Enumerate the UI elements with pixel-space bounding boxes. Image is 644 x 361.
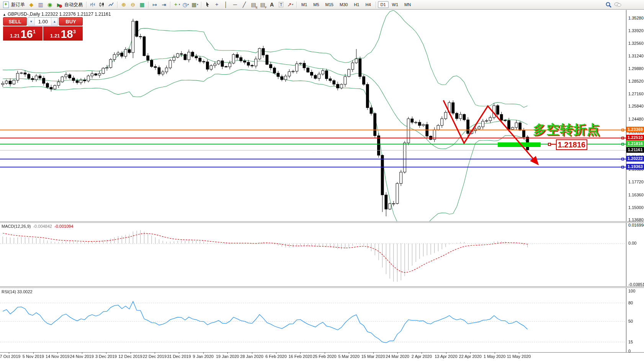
new-order-button[interactable]: + bbox=[2, 1, 10, 9]
zoom-in-icon[interactable]: ⊕ bbox=[119, 1, 128, 9]
date-axis-tick bbox=[300, 352, 301, 354]
volume-stepper: ▼ 1.00 ▲ bbox=[28, 17, 58, 26]
turning-point-annotation[interactable]: 多空转折点 bbox=[533, 121, 600, 139]
price-axis-tick: 1.28520 bbox=[628, 79, 644, 83]
rsi-axis-tick: 0 bbox=[628, 349, 631, 353]
sell-price-big: 16 bbox=[20, 29, 33, 39]
price-axis-tick: 1.17720 bbox=[628, 180, 644, 184]
collapse-trade-panel-icon[interactable]: ▲ bbox=[3, 13, 6, 16]
date-axis-tick bbox=[9, 352, 9, 354]
trendline-icon[interactable]: ╱ bbox=[240, 1, 248, 9]
timeframe-d1[interactable]: D1 bbox=[378, 1, 389, 8]
timeframe-m5[interactable]: M5 bbox=[311, 1, 322, 8]
date-axis-tick bbox=[155, 352, 155, 354]
date-axis-tick bbox=[373, 352, 374, 354]
rsi-axis-tick: 15 bbox=[628, 340, 633, 344]
profiles-icon[interactable]: ◆ bbox=[27, 1, 36, 9]
bar-chart-icon[interactable] bbox=[88, 1, 97, 9]
text-icon[interactable]: A bbox=[268, 1, 276, 9]
candlestick-chart-icon[interactable] bbox=[98, 1, 106, 9]
arrows-icon[interactable]: ↗▾ bbox=[286, 1, 294, 9]
search-icon[interactable] bbox=[604, 1, 613, 9]
mt4-window: +新订单◆▥◉▶自动交易⊕⊖▦↦⇥＋▾◷▾▩▾＋│─╱▤E▤FAT↗▾M1M5M… bbox=[0, 0, 644, 361]
line-chart-icon[interactable] bbox=[107, 1, 115, 9]
timeframe-w1[interactable]: W1 bbox=[389, 1, 401, 8]
level-line-handle[interactable] bbox=[621, 143, 624, 145]
price-axis-tick: 1.33920 bbox=[628, 28, 644, 33]
sell-button[interactable]: SELL bbox=[3, 17, 27, 26]
price-axis-tick: 1.29880 bbox=[628, 66, 644, 71]
signals-icon[interactable]: ◉ bbox=[46, 1, 54, 9]
chart-title: ▲GBPUSD-,Daily 1.22322 1.22376 1.21127 1… bbox=[3, 11, 111, 17]
level-price-badge: 1.22510 bbox=[626, 135, 644, 140]
toolbar-separator bbox=[376, 2, 376, 8]
zoom-out-icon[interactable]: ⊖ bbox=[129, 1, 137, 9]
volume-up-button[interactable]: ▲ bbox=[51, 18, 58, 25]
sell-price-small: 1.21 bbox=[10, 32, 20, 40]
tile-windows-icon[interactable]: ▦ bbox=[138, 1, 146, 9]
date-axis-tick bbox=[82, 352, 82, 354]
new-order-button-label[interactable]: 新订单 bbox=[11, 2, 25, 8]
price-tag-label[interactable]: 1.21816 bbox=[556, 139, 587, 150]
cursor-icon[interactable] bbox=[203, 1, 212, 9]
timeframe-m15[interactable]: M15 bbox=[323, 1, 336, 8]
vertical-line-icon[interactable]: │ bbox=[222, 1, 230, 9]
horizontal-line-icon[interactable]: ─ bbox=[231, 1, 239, 9]
price-axis-tick: 1.31240 bbox=[628, 54, 644, 58]
level-price-badge: 1.23369 bbox=[626, 127, 644, 132]
macd-name: MACD(12,26,9) bbox=[2, 224, 31, 229]
buy-price-sup: 3 bbox=[73, 29, 76, 34]
price-axis-tick: 1.32560 bbox=[628, 41, 644, 46]
volume-down-button[interactable]: ▼ bbox=[28, 18, 35, 25]
crosshair-icon[interactable]: ＋ bbox=[212, 1, 221, 9]
date-axis-tick bbox=[519, 352, 519, 354]
timeframe-m30[interactable]: M30 bbox=[337, 1, 350, 8]
timeframe-h4[interactable]: H4 bbox=[363, 1, 373, 8]
rsi-panel-canvas[interactable] bbox=[0, 288, 627, 352]
sell-price-sup: 1 bbox=[33, 29, 36, 34]
level-line-handle[interactable] bbox=[621, 137, 624, 139]
chat-icon[interactable] bbox=[613, 1, 622, 9]
label-icon[interactable]: T bbox=[277, 1, 285, 9]
market-watch-icon[interactable]: ▥ bbox=[36, 1, 45, 9]
rsi-axis-tick: 50 bbox=[628, 319, 633, 323]
buy-price-small: 1.21 bbox=[50, 32, 60, 40]
fibonacci-icon[interactable]: ▤F bbox=[258, 1, 267, 9]
macd-panel-separator[interactable] bbox=[0, 221, 644, 223]
green-highlight-bar[interactable] bbox=[498, 142, 541, 147]
price-axis-tick: 1.35280 bbox=[628, 16, 644, 20]
price-axis-line bbox=[626, 10, 626, 353]
buy-button[interactable]: BUY bbox=[59, 17, 83, 26]
one-click-trading-panel: SELL ▼ 1.00 ▲ BUY 1.21 16 1 1.21 18 3 bbox=[3, 17, 83, 41]
rsi-panel-separator[interactable] bbox=[0, 286, 644, 288]
level-line-handle[interactable] bbox=[621, 158, 624, 160]
timeframe-h1[interactable]: H1 bbox=[351, 1, 362, 8]
volume-input[interactable]: 1.00 bbox=[35, 18, 51, 25]
timeframe-mn[interactable]: MN bbox=[402, 1, 414, 8]
timeframe-m1[interactable]: M1 bbox=[299, 1, 310, 8]
macd-panel-canvas[interactable] bbox=[0, 223, 627, 286]
level-line-handle[interactable] bbox=[621, 129, 624, 131]
level-line-handle[interactable] bbox=[621, 166, 624, 168]
sell-price[interactable]: 1.21 16 1 bbox=[3, 26, 42, 41]
macd-label: MACD(12,26,9)-0.004842-0.001094 bbox=[2, 224, 74, 229]
auto-scroll-icon[interactable]: ↦ bbox=[150, 1, 159, 9]
auto-trading-button-label[interactable]: 自动交易 bbox=[64, 2, 83, 8]
date-axis-tick bbox=[470, 352, 471, 354]
auto-trading-button[interactable]: ▶ bbox=[55, 1, 63, 9]
indicators-icon[interactable]: ＋▾ bbox=[172, 1, 181, 9]
toolbar-separator bbox=[117, 2, 118, 8]
periods-icon[interactable]: ◷▾ bbox=[181, 1, 190, 9]
price-axis-tick: 1.27160 bbox=[628, 91, 644, 96]
buy-price[interactable]: 1.21 18 3 bbox=[43, 26, 83, 41]
price-tag-anchor bbox=[548, 143, 551, 146]
date-axis-tick bbox=[179, 352, 179, 354]
main-chart-canvas[interactable] bbox=[0, 10, 627, 221]
channel-icon[interactable]: ▤E bbox=[249, 1, 258, 9]
chart-shift-icon[interactable]: ⇥ bbox=[160, 1, 168, 9]
rsi-axis-tick: 100 bbox=[628, 289, 635, 293]
date-axis-tick bbox=[203, 352, 204, 354]
date-axis-tick bbox=[227, 352, 228, 354]
templates-icon[interactable]: ▩▾ bbox=[191, 1, 199, 9]
rsi-axis-tick: 80 bbox=[628, 301, 633, 305]
